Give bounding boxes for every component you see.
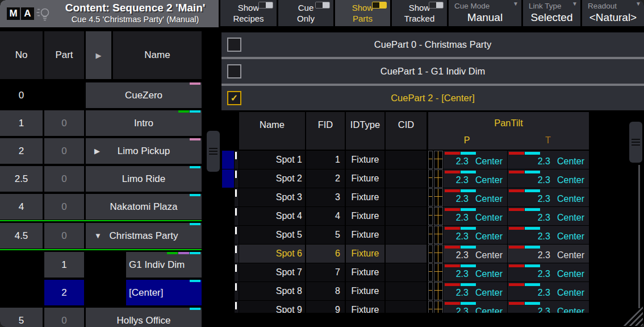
tilt-cell[interactable]: 2.3Center — [508, 226, 589, 244]
fixture-name-cell[interactable]: Spot 2 — [239, 169, 305, 188]
pan-cell[interactable]: 2.3Center — [444, 245, 507, 263]
cue-part-cell[interactable]: 0 — [44, 308, 84, 327]
cue-no-cell[interactable]: 1 — [0, 110, 43, 136]
cue-part-cell[interactable]: 2 — [44, 280, 84, 305]
fixture-name-cell[interactable]: Spot 4 — [239, 207, 305, 225]
fixture-sel-cell[interactable] — [222, 263, 234, 282]
fid-cell[interactable]: 7 — [306, 263, 345, 282]
crosshair-cell[interactable] — [428, 245, 433, 263]
fid-cell[interactable]: 8 — [306, 282, 345, 300]
idtype-cell[interactable]: Fixture — [346, 151, 384, 169]
tilt-cell[interactable]: 2.3Center — [508, 245, 589, 263]
pan-cell[interactable]: 2.3Center — [444, 151, 507, 169]
cue-row-4[interactable]: 4 0 Nakatomi Plaza — [0, 194, 202, 220]
cuepart-checkbox[interactable] — [227, 64, 241, 78]
fixture-row-spot-3[interactable]: Spot 3 3 Fixture 2.3Center 2.3Center — [221, 188, 644, 206]
scrollbar-track-right[interactable] — [638, 165, 640, 308]
pan-cell[interactable]: 2.3Center — [444, 207, 507, 225]
fid-cell[interactable]: 1 — [306, 151, 345, 169]
cue-row-1[interactable]: 1 0 Intro — [0, 110, 202, 136]
cue-part-cell[interactable]: 0 — [44, 166, 84, 192]
cid-cell[interactable] — [386, 207, 426, 225]
scrollbar-right[interactable] — [629, 122, 642, 163]
fid-cell[interactable]: 5 — [306, 226, 345, 244]
fixture-row-spot-8[interactable]: Spot 8 8 Fixture 2.3Center 2.3Center — [221, 282, 644, 300]
idtype-cell[interactable]: Fixture — [346, 245, 384, 263]
cue-part-row-2-selected[interactable]: 2 [Center] — [0, 280, 202, 305]
crosshair-cell[interactable] — [434, 263, 443, 282]
idtype-cell[interactable]: Fixture — [346, 169, 384, 188]
fixture-name-cell[interactable]: Spot 1 — [239, 151, 305, 169]
cid-cell[interactable] — [386, 169, 426, 188]
toggle-button-show-parts[interactable]: Show Parts — [335, 0, 390, 26]
pan-cell[interactable]: 2.3Center — [444, 226, 507, 244]
cid-cell[interactable] — [386, 282, 426, 300]
cue-name-cell[interactable]: ▶ Limo Pickup — [86, 138, 202, 164]
cue-part-cell[interactable]: 0 — [44, 194, 84, 220]
idtype-cell[interactable]: Fixture — [346, 263, 384, 282]
cue-no-cell[interactable]: 2 — [0, 138, 43, 164]
crosshair-cell[interactable] — [434, 151, 443, 169]
cue-list-header-expand[interactable]: ▶ — [86, 31, 111, 79]
cid-cell[interactable] — [386, 263, 426, 282]
crosshair-cell[interactable] — [428, 226, 433, 244]
pan-cell[interactable]: 2.3Center — [444, 263, 507, 282]
fixture-sel-cell[interactable] — [222, 226, 234, 244]
expand-expanded-icon[interactable]: ▼ — [94, 231, 102, 240]
crosshair-cell[interactable] — [434, 282, 443, 300]
cuepart-checkbox-checked[interactable]: ✓ — [227, 91, 241, 105]
cue-list-header-no[interactable]: No — [0, 31, 43, 79]
fixture-row-spot-6-highlighted[interactable]: Spot 6 6 Fixture 2.3Center 2.3Center — [221, 245, 644, 263]
fid-cell[interactable]: 6 — [306, 245, 345, 263]
fixture-header-fid[interactable]: FID — [306, 112, 345, 150]
tilt-cell[interactable]: 2.3Center — [508, 207, 589, 225]
fixture-sel-cell[interactable] — [222, 207, 234, 225]
window-title-bar[interactable]: M A Content: Sequence 2 'Main' Cue 4.5 '… — [0, 0, 219, 27]
fixture-sel-cell[interactable] — [222, 282, 234, 300]
crosshair-cell[interactable] — [434, 188, 443, 206]
idtype-cell[interactable]: Fixture — [346, 226, 384, 244]
tilt-cell[interactable]: 2.3Center — [508, 169, 589, 188]
toggle-button-show-tracked[interactable]: Show Tracked — [392, 0, 447, 26]
dropdown-readout[interactable]: Readout ▼ <Natural> — [582, 0, 644, 26]
cue-no-cell[interactable]: 0 — [0, 82, 43, 108]
cue-part-row-1[interactable]: 1 G1 Indiv Dim — [0, 252, 202, 278]
crosshair-cell[interactable] — [428, 169, 433, 188]
pan-cell[interactable]: 2.3Center — [444, 169, 507, 188]
idtype-cell[interactable]: Fixture — [346, 188, 384, 206]
pan-cell[interactable]: 2.3Center — [444, 188, 507, 206]
crosshair-cell[interactable] — [434, 207, 443, 225]
cue-name-cell[interactable]: Intro — [86, 110, 202, 136]
crosshair-cell[interactable] — [428, 188, 433, 206]
cid-cell[interactable] — [386, 226, 426, 244]
toggle-button-cue-only[interactable]: Cue Only — [278, 0, 333, 26]
fid-cell[interactable]: 4 — [306, 207, 345, 225]
cue-row-0[interactable]: 0 CueZero — [0, 82, 202, 108]
fixture-name-cell[interactable]: Spot 5 — [239, 226, 305, 244]
cid-cell[interactable] — [386, 245, 426, 263]
idtype-cell[interactable]: Fixture — [346, 207, 384, 225]
idtype-cell[interactable]: Fixture — [346, 282, 384, 300]
cuepart-header-1[interactable]: CuePart 1 - G1 Indiv Dim — [221, 59, 644, 84]
fixture-sel-cell[interactable] — [222, 169, 234, 188]
fixture-row-spot-5[interactable]: Spot 5 5 Fixture 2.3Center 2.3Center — [221, 226, 644, 244]
fid-cell[interactable]: 2 — [306, 169, 345, 188]
cue-name-cell[interactable]: Limo Ride — [86, 166, 202, 192]
cue-name-cell[interactable]: [Center] — [126, 280, 202, 305]
crosshair-cell[interactable] — [428, 263, 433, 282]
cue-part-cell[interactable]: 0 — [44, 223, 84, 249]
cue-part-cell[interactable]: 0 — [44, 110, 84, 136]
dropdown-cue-mode[interactable]: Cue Mode ▼ Manual — [449, 0, 521, 26]
cue-name-cell[interactable]: Nakatomi Plaza — [86, 194, 202, 220]
fixture-row-spot-1[interactable]: Spot 1 1 Fixture 2.3Center 2.3Center — [221, 151, 644, 169]
fixture-sel-cell[interactable] — [222, 151, 234, 169]
toggle-button-show-recipes[interactable]: Show Recipes — [220, 0, 277, 26]
tilt-cell[interactable]: 2.3Center — [508, 188, 589, 206]
tilt-cell[interactable]: 2.3Center — [508, 282, 589, 300]
cue-name-cell[interactable]: G1 Indiv Dim — [126, 252, 202, 278]
cuepart-header-2[interactable]: CuePart 2 - [Center] ✓ — [221, 86, 644, 110]
fixture-header-cid[interactable]: CID — [386, 112, 426, 150]
fixture-name-cell[interactable]: Spot 6 — [239, 245, 305, 263]
cue-no-cell[interactable]: 5 — [0, 308, 43, 327]
fixture-row-spot-4[interactable]: Spot 4 4 Fixture 2.3Center 2.3Center — [221, 207, 644, 225]
